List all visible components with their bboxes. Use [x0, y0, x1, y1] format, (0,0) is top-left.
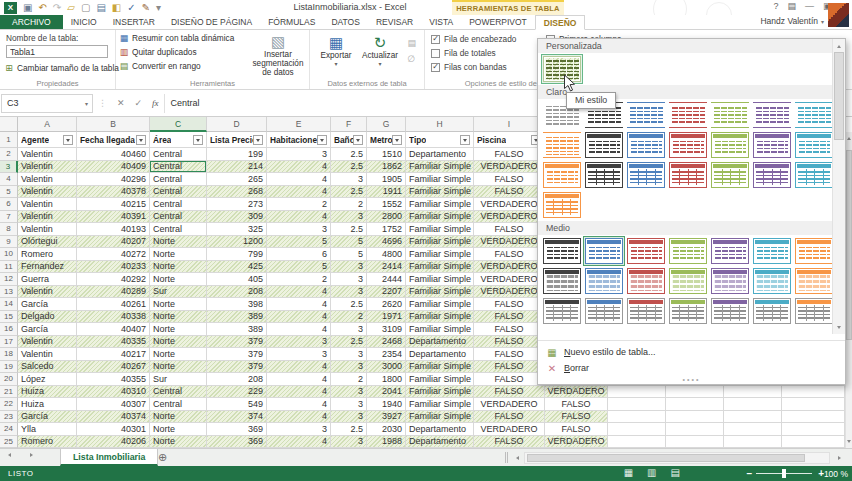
table-cell[interactable]: Norte: [150, 323, 207, 336]
table-cell[interactable]: 3: [331, 361, 367, 374]
table-cell[interactable]: 40409: [77, 161, 150, 174]
row-header-8[interactable]: 8: [0, 223, 18, 236]
table-cell[interactable]: 4800: [367, 248, 406, 261]
table-style-swatch-red-hb[interactable]: [667, 130, 709, 160]
table-cell[interactable]: 2800: [367, 211, 406, 224]
table-cell[interactable]: 5: [331, 248, 367, 261]
table-cell[interactable]: Área: [150, 132, 207, 148]
row-header-18[interactable]: 18: [0, 348, 18, 361]
table-cell[interactable]: 40460: [77, 148, 150, 161]
table-cell[interactable]: 309: [207, 211, 267, 224]
row-header-2[interactable]: 2: [0, 148, 18, 161]
table-cell[interactable]: [666, 398, 724, 411]
table-cell[interactable]: FALSO: [474, 298, 545, 311]
table-cell[interactable]: Valentin: [18, 186, 77, 199]
table-style-swatch-red-dh[interactable]: [625, 236, 667, 266]
table-style-swatch-purple-g[interactable]: [751, 160, 793, 190]
table-cell[interactable]: Romero: [18, 436, 77, 449]
row-header-23[interactable]: 23: [0, 411, 18, 424]
new-sheet-icon[interactable]: ⊕: [158, 451, 167, 464]
table-cell[interactable]: 4: [267, 323, 331, 336]
table-cell[interactable]: FALSO: [474, 323, 545, 336]
table-cell[interactable]: Familiar Simple: [406, 223, 474, 236]
table-cell[interactable]: 40267: [77, 361, 150, 374]
checkbox-filas-con-bandas[interactable]: ✓Filas con bandas: [431, 62, 536, 72]
table-cell[interactable]: 4: [267, 286, 331, 299]
table-cell[interactable]: 398: [207, 298, 267, 311]
table-cell[interactable]: 2.5: [331, 336, 367, 349]
zoom-slider-thumb[interactable]: [782, 469, 786, 478]
ribbon-tab-fórmulas[interactable]: FÓRMULAS: [260, 15, 323, 29]
table-cell[interactable]: 4696: [367, 236, 406, 249]
scroll-up-icon[interactable]: [846, 132, 852, 143]
table-cell[interactable]: 405: [207, 273, 267, 286]
table-cell[interactable]: 3: [331, 323, 367, 336]
ribbon-tab-diseño[interactable]: DISEÑO: [535, 15, 586, 30]
table-cell[interactable]: Familiar Simple: [406, 273, 474, 286]
table-cell[interactable]: [608, 436, 666, 449]
table-cell[interactable]: [666, 411, 724, 424]
table-cell[interactable]: 2414: [367, 261, 406, 274]
table-cell[interactable]: Huiza: [18, 386, 77, 399]
table-cell[interactable]: 5: [267, 261, 331, 274]
table-cell[interactable]: 3: [267, 423, 331, 436]
table-cell[interactable]: 1200: [207, 236, 267, 249]
ribbon-display-options-icon[interactable]: ▤: [787, 1, 796, 11]
table-style-swatch-red-mg[interactable]: [625, 296, 667, 326]
table-cell[interactable]: Sur: [150, 286, 207, 299]
table-style-swatch-green-g[interactable]: [709, 160, 751, 190]
table-cell[interactable]: 1911: [367, 186, 406, 199]
table-cell[interactable]: 2620: [367, 298, 406, 311]
table-cell[interactable]: Baños: [331, 132, 367, 148]
column-header-G[interactable]: G: [367, 117, 406, 132]
resize-table-button[interactable]: ⊞ Cambiar tamaño de la tabla: [4, 63, 119, 73]
table-style-swatch-orange-g[interactable]: [541, 190, 583, 220]
user-avatar[interactable]: [828, 3, 849, 27]
actualizar-button[interactable]: ↻Actualizar▾: [359, 34, 401, 67]
table-cell[interactable]: Norte: [150, 298, 207, 311]
table-style-swatch-purple-solid[interactable]: [709, 266, 751, 296]
table-cell[interactable]: FALSO: [545, 398, 608, 411]
table-cell[interactable]: FALSO: [474, 411, 545, 424]
table-cell[interactable]: Norte: [150, 311, 207, 324]
table-cell[interactable]: 3: [267, 223, 331, 236]
table-cell[interactable]: 3: [267, 348, 331, 361]
table-cell[interactable]: VERDADERO: [474, 273, 545, 286]
table-cell[interactable]: [608, 411, 666, 424]
insert-function-icon[interactable]: fx: [147, 98, 164, 108]
table-cell[interactable]: [608, 423, 666, 436]
table-cell[interactable]: 3: [267, 148, 331, 161]
table-cell[interactable]: 1905: [367, 173, 406, 186]
row-header-11[interactable]: 11: [0, 261, 18, 274]
table-cell[interactable]: 3: [331, 398, 367, 411]
table-cell[interactable]: Huiza: [18, 398, 77, 411]
table-cell[interactable]: 3: [331, 273, 367, 286]
table-cell[interactable]: 425: [207, 261, 267, 274]
table-cell[interactable]: 1552: [367, 198, 406, 211]
ribbon-tab-vista[interactable]: VISTA: [421, 15, 461, 29]
table-cell[interactable]: Central: [150, 211, 207, 224]
table-cell[interactable]: Valentin: [18, 223, 77, 236]
table-cell[interactable]: Ylla: [18, 423, 77, 436]
table-cell[interactable]: VERDADERO: [474, 261, 545, 274]
table-cell[interactable]: [724, 411, 782, 424]
table-cell[interactable]: 3000: [367, 361, 406, 374]
prev-sheet-icon[interactable]: [6, 453, 11, 457]
table-style-swatch-black-g[interactable]: [583, 160, 625, 190]
formula-bar-splitter[interactable]: ⋮: [93, 98, 112, 108]
table-cell[interactable]: VERDADERO: [474, 161, 545, 174]
table-cell[interactable]: Familiar Simple: [406, 361, 474, 374]
table-cell[interactable]: Familiar Simple: [406, 173, 474, 186]
table-cell[interactable]: Departamento: [406, 336, 474, 349]
table-cell[interactable]: 3: [331, 173, 367, 186]
table-cell[interactable]: FALSO: [474, 223, 545, 236]
table-cell[interactable]: 40391: [77, 211, 150, 224]
table-cell[interactable]: FALSO: [545, 411, 608, 424]
table-cell[interactable]: 4: [267, 411, 331, 424]
undo-icon[interactable]: ↶: [38, 2, 46, 14]
table-cell[interactable]: Valentin: [18, 286, 77, 299]
checkbox-fila-de-encabezado[interactable]: ✓Fila de encabezado: [431, 34, 536, 44]
table-cell[interactable]: Central: [150, 148, 207, 161]
excel-logo-icon[interactable]: X: [4, 2, 17, 14]
table-cell[interactable]: 2: [331, 198, 367, 211]
